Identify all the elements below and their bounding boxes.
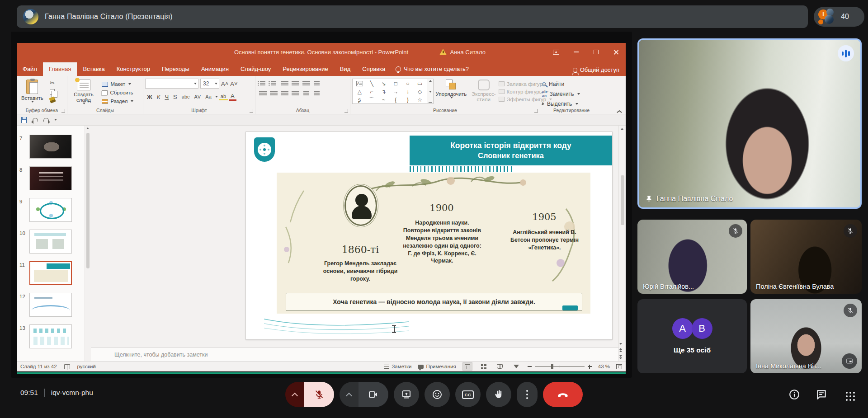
normal-view-button[interactable] xyxy=(462,362,472,371)
slide-thumbnail-13[interactable] xyxy=(29,324,72,348)
tab-transitions[interactable]: Переходы xyxy=(156,62,195,76)
mic-mute-button[interactable] xyxy=(304,382,334,407)
tab-slideshow[interactable]: Слайд-шоу xyxy=(235,62,277,76)
slideshow-button[interactable] xyxy=(511,362,521,371)
shape-glyph[interactable]: ○ xyxy=(406,80,409,87)
notes-pane[interactable]: Щелкните, чтобы добавить заметки xyxy=(91,348,618,361)
layout-button[interactable]: Макет xyxy=(102,81,133,87)
indent-increase-icon[interactable] xyxy=(292,81,299,87)
zoom-level[interactable]: 43 % xyxy=(598,364,610,369)
replace-button[interactable]: abacЗаменить xyxy=(542,90,580,98)
fit-to-window-button[interactable] xyxy=(616,364,622,369)
more-participants-tile[interactable]: A B Ще 35 осіб xyxy=(637,299,747,373)
notes-toggle[interactable]: Заметки xyxy=(384,364,411,369)
shrink-font-button[interactable]: А˅ xyxy=(230,80,237,87)
thumbnail-row[interactable]: 7 xyxy=(17,135,85,166)
smartart-convert-icon[interactable] xyxy=(314,91,320,97)
camera-options-button[interactable] xyxy=(340,382,359,407)
bold-button[interactable]: Ж xyxy=(145,94,154,100)
font-name-combobox[interactable] xyxy=(145,79,198,89)
shape-gallery-scroll[interactable] xyxy=(427,79,434,104)
bullets-icon[interactable] xyxy=(260,81,265,87)
chat-button[interactable] xyxy=(815,388,828,401)
shape-glyph[interactable]: { xyxy=(395,97,396,103)
font-size-combobox[interactable]: 32 xyxy=(200,79,219,89)
change-case-button[interactable]: Аа xyxy=(203,94,213,99)
main-video-tile[interactable]: Ганна Павлівна Сітало xyxy=(637,38,862,209)
strikethrough-button[interactable]: S xyxy=(171,94,179,100)
thumbnail-row[interactable]: 9 xyxy=(17,198,85,230)
underline-button[interactable]: Ч xyxy=(163,94,170,100)
tab-file[interactable]: Файл xyxy=(17,62,43,76)
shape-glyph[interactable]: △ xyxy=(358,89,362,95)
thumbnails-scrollbar[interactable] xyxy=(85,126,91,361)
scrollbar-thumb[interactable] xyxy=(86,133,90,268)
close-button[interactable] xyxy=(606,43,626,61)
shape-glyph[interactable]: A≡ xyxy=(356,81,363,86)
tab-animations[interactable]: Анимация xyxy=(195,62,235,76)
reactions-button[interactable] xyxy=(425,382,450,407)
meeting-details-button[interactable] xyxy=(788,388,801,401)
shape-glyph[interactable]: ↴ xyxy=(382,89,386,95)
captions-button[interactable]: CC xyxy=(455,382,481,407)
dialog-launcher-icon[interactable] xyxy=(344,109,348,113)
tab-help[interactable]: Справка xyxy=(356,62,391,76)
indent-decrease-icon[interactable] xyxy=(281,81,288,87)
shape-glyph[interactable]: ⌒ xyxy=(369,96,374,104)
align-left-icon[interactable] xyxy=(259,91,267,97)
text-direction-icon[interactable] xyxy=(314,81,320,87)
ribbon-options-button[interactable] xyxy=(546,43,566,61)
shape-glyph[interactable]: ▭ xyxy=(417,80,422,87)
minimize-button[interactable] xyxy=(566,43,586,61)
collapse-ribbon-button[interactable] xyxy=(617,109,621,112)
shape-glyph[interactable]: ☆ xyxy=(417,97,422,103)
dialog-launcher-icon[interactable] xyxy=(250,109,253,113)
line-spacing-icon[interactable] xyxy=(302,81,310,87)
camera-toggle-button[interactable] xyxy=(359,382,388,407)
next-slide-button[interactable] xyxy=(619,355,622,359)
video-tile-yurii[interactable]: Юрій Віталійов... xyxy=(637,220,747,294)
slide-thumbnail-7[interactable] xyxy=(29,135,72,159)
spellcheck-icon[interactable] xyxy=(64,364,70,369)
video-tile-polina[interactable]: Поліна Євгеніївна Булава xyxy=(750,220,862,294)
dialog-launcher-icon[interactable] xyxy=(61,109,65,113)
reading-view-button[interactable] xyxy=(495,362,505,371)
zoom-in-button[interactable] xyxy=(588,365,592,369)
slide-thumbnail-10[interactable] xyxy=(29,230,72,254)
dialog-launcher-icon[interactable] xyxy=(534,109,538,113)
zoom-out-button[interactable] xyxy=(528,366,532,367)
grow-font-button[interactable]: А˄ xyxy=(221,80,228,87)
shape-glyph[interactable]: → xyxy=(393,89,398,95)
tab-design[interactable]: Конструктор xyxy=(111,62,156,76)
select-button[interactable]: Выделить xyxy=(542,101,580,107)
raise-hand-button[interactable] xyxy=(486,382,511,407)
customize-qat-button[interactable] xyxy=(54,119,57,121)
shape-glyph[interactable]: ʂ xyxy=(358,97,361,103)
shape-glyph[interactable]: ~ xyxy=(382,97,385,103)
quick-styles-button[interactable]: Экспресс-стили xyxy=(469,79,499,106)
leave-call-button[interactable] xyxy=(543,382,583,407)
shape-glyph[interactable]: □ xyxy=(394,80,397,87)
present-screen-button[interactable] xyxy=(394,382,419,407)
thumbnail-row[interactable]: 11 xyxy=(17,261,85,293)
find-button[interactable]: Найти xyxy=(542,81,580,87)
shape-glyph[interactable]: ↘ xyxy=(382,80,386,87)
shape-glyph[interactable]: ⌐ xyxy=(370,89,373,95)
arrange-button[interactable]: Упорядочить xyxy=(434,79,469,106)
cut-button[interactable]: ✂ xyxy=(50,80,57,87)
mic-options-button[interactable] xyxy=(285,382,304,407)
share-button[interactable]: Общий доступ xyxy=(573,66,619,73)
thumbnail-row[interactable]: 8 xyxy=(17,166,85,198)
slide-edit-area[interactable]: Коротка історія відкриття коду Словник г… xyxy=(91,126,618,348)
current-slide[interactable]: Коротка історія відкриття коду Словник г… xyxy=(246,132,612,339)
character-spacing-button[interactable]: АV xyxy=(193,94,203,99)
italic-button[interactable]: К xyxy=(155,94,162,100)
tab-view[interactable]: Вид xyxy=(334,62,357,76)
activities-button[interactable] xyxy=(842,388,855,401)
clear-format-button[interactable]: abc xyxy=(180,94,192,99)
align-center-icon[interactable] xyxy=(270,91,278,97)
slide-thumbnail-8[interactable] xyxy=(29,166,72,190)
thumbnail-row[interactable]: 13 xyxy=(17,324,85,356)
slide-sorter-button[interactable] xyxy=(479,362,489,371)
picture-in-picture-button[interactable] xyxy=(842,353,857,369)
